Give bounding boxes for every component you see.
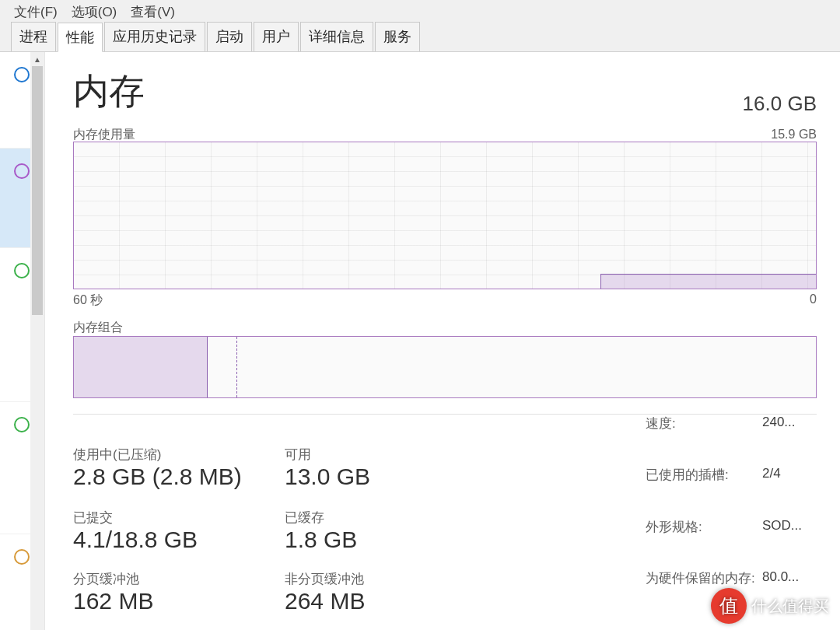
scrollbar[interactable]: ▲ bbox=[30, 52, 44, 630]
available-label: 可用 bbox=[285, 446, 440, 464]
tab-performance[interactable]: 性能 bbox=[58, 23, 103, 52]
tab-details[interactable]: 详细信息 bbox=[300, 22, 373, 51]
sidebar-ring-icon bbox=[14, 417, 30, 432]
sidebar: CPU0% 1.08 GHz内存2.9/15.9 GB (18%)磁盘 0 (C… bbox=[0, 52, 45, 630]
committed-label: 已提交 bbox=[73, 509, 275, 527]
menu-view[interactable]: 查看(V) bbox=[131, 3, 175, 19]
sidebar-ring-icon bbox=[14, 549, 30, 565]
available-value: 13.0 GB bbox=[285, 464, 440, 490]
composition-free bbox=[237, 337, 816, 397]
tab-processes[interactable]: 进程 bbox=[11, 22, 56, 51]
prop-speed-value: 240... bbox=[762, 415, 817, 460]
main-panel: 内存 16.0 GB 内存使用量 15.9 GB 60 秒 0 内存组合 使用中… bbox=[45, 52, 840, 630]
watermark-text: 什么值得买 bbox=[751, 596, 829, 617]
sidebar-ring-icon bbox=[14, 163, 30, 179]
memory-composition-bar bbox=[73, 336, 817, 398]
menu-file[interactable]: 文件(F) bbox=[14, 3, 58, 19]
memory-usage-graph bbox=[73, 142, 817, 289]
menu-options[interactable]: 选项(O) bbox=[72, 3, 117, 19]
tab-app-history[interactable]: 应用历史记录 bbox=[104, 22, 205, 51]
cached-label: 已缓存 bbox=[285, 509, 440, 527]
nonpaged-label: 非分页缓冲池 bbox=[285, 570, 440, 588]
prop-speed-key: 速度: bbox=[646, 415, 762, 460]
tabs-row: 进程 性能 应用历史记录 启动 用户 详细信息 服务 bbox=[0, 22, 840, 52]
sidebar-ring-icon bbox=[14, 67, 30, 82]
paged-value: 162 MB bbox=[73, 588, 275, 614]
sidebar-ring-icon bbox=[14, 263, 30, 278]
axis-left: 60 秒 bbox=[73, 292, 103, 309]
tab-services[interactable]: 服务 bbox=[375, 22, 420, 51]
memory-total: 16.0 GB bbox=[743, 92, 817, 116]
scroll-up-icon[interactable]: ▲ bbox=[30, 52, 44, 66]
tab-startup[interactable]: 启动 bbox=[207, 22, 252, 51]
paged-label: 分页缓冲池 bbox=[73, 570, 275, 588]
scroll-thumb[interactable] bbox=[32, 66, 43, 315]
graph-fill bbox=[600, 274, 816, 289]
menu-bar: 文件(F) 选项(O) 查看(V) bbox=[0, 0, 840, 22]
axis-right: 0 bbox=[810, 292, 817, 309]
in-use-label: 使用中(已压缩) bbox=[73, 446, 275, 464]
prop-form-value: SOD... bbox=[762, 518, 817, 563]
watermark: 值 什么值得买 bbox=[711, 588, 829, 624]
composition-label: 内存组合 bbox=[73, 320, 817, 336]
composition-modified bbox=[208, 337, 237, 397]
graph-max: 15.9 GB bbox=[73, 128, 817, 142]
memory-properties: 速度: 240... 已使用的插槽: 2/4 外形规格: SOD... 为硬件保… bbox=[646, 415, 817, 614]
composition-used bbox=[74, 337, 208, 397]
prop-slots-key: 已使用的插槽: bbox=[646, 466, 762, 511]
prop-slots-value: 2/4 bbox=[762, 466, 817, 511]
nonpaged-value: 264 MB bbox=[285, 588, 440, 614]
page-title: 内存 bbox=[73, 68, 145, 116]
prop-form-key: 外形规格: bbox=[646, 518, 762, 563]
committed-value: 4.1/18.8 GB bbox=[73, 527, 275, 553]
tab-users[interactable]: 用户 bbox=[254, 22, 299, 51]
in-use-value: 2.8 GB (2.8 MB) bbox=[73, 464, 275, 490]
watermark-badge-icon: 值 bbox=[711, 588, 747, 624]
cached-value: 1.8 GB bbox=[285, 527, 440, 553]
